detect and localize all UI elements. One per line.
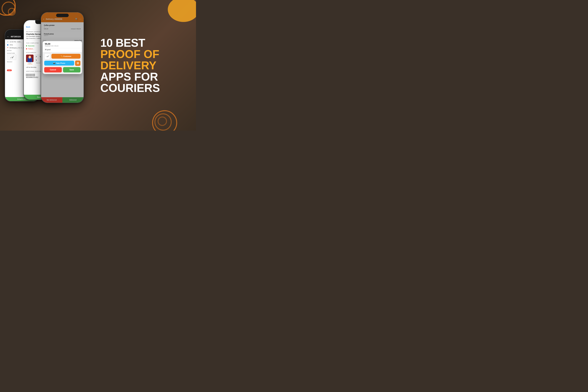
failure-indicator [26, 48, 27, 50]
location-icon: 📍 [7, 47, 8, 48]
phone-3-gallery-button[interactable]: 🖼 [75, 60, 80, 66]
headline-line5: COURIERS [100, 82, 190, 94]
phone-3-take-photo-button[interactable]: 📷 Take Photo [44, 61, 74, 66]
phone-3-customer-button[interactable]: ✏️ Customer [52, 54, 80, 59]
phone-3-photo-row: 📷 Take Photo 🖼 [43, 60, 82, 67]
phone-3-modal-amount: 55,00 [45, 43, 80, 45]
phone-3-save-button[interactable]: Save [63, 67, 80, 72]
gallery-icon: 🖼 [77, 62, 79, 64]
customer-icon: ✏️ [60, 55, 63, 57]
camera-icon: 📷 [53, 62, 55, 64]
phone-3-cancel-button[interactable]: Cancel [44, 67, 62, 72]
phone-1-person: Alina [10, 44, 13, 46]
svg-rect-3 [28, 59, 30, 62]
phone-1-failed-badge: Failed [7, 70, 12, 71]
svg-rect-6 [40, 56, 40, 57]
phone-2-failure-text: Failure... [28, 48, 34, 50]
svg-rect-5 [36, 56, 37, 57]
headline-line1: 10 BEST [100, 37, 190, 48]
success-indicator [26, 45, 27, 46]
svg-rect-4 [30, 59, 31, 62]
phone-3-modal: 55,00 Required COD: €55,00 All good 𝒜 ✏️ [43, 41, 82, 74]
phone-1-order-number: 497265326 [11, 36, 21, 38]
phone-1-signature-box: 𝒜 [7, 54, 16, 60]
headline-area: 10 BEST PROOF OF DELIVERY APPS FOR COURI… [91, 31, 196, 100]
phone-3-dynamic-island [56, 14, 69, 17]
barcode-scan-svg [36, 56, 41, 61]
phone-3-modal-overlay: 55,00 Required COD: €55,00 All good 𝒜 ✏️ [41, 12, 84, 103]
main-content: ← 497265326 🕐 10:00 PM - Deliv... 👤 Alin… [0, 0, 196, 130]
phone-3-signature-preview: 𝒜 [44, 53, 50, 59]
headline-line4: APPS FOR [100, 71, 190, 82]
customer-btn-label: Customer [63, 55, 71, 57]
phone-3-screen: ‹ Delivery #000056 🔍 ⋯ Coffee grinder 1 … [41, 12, 84, 103]
signature-graphic: 𝒜 [10, 55, 13, 59]
svg-rect-7 [36, 60, 37, 60]
phone-3: ‹ Delivery #000056 🔍 ⋯ Coffee grinder 1 … [41, 12, 84, 103]
headline-line3: DELIVERY [100, 60, 190, 71]
phone-3-action-row: Cancel Save [43, 67, 82, 74]
photo-thumb-svg [26, 54, 34, 62]
photo-thumbnail[interactable] [26, 54, 34, 62]
phone-2-success-text: Success [28, 45, 34, 47]
phone-3-modal-cod: Required COD: €55,00 [45, 45, 80, 47]
svg-point-2 [28, 56, 31, 58]
clock-icon: 🕐 [7, 41, 8, 43]
phone-3-modal-note: All good [43, 48, 82, 52]
phone-2-photo-label: Photo 1 Attached [26, 62, 34, 64]
phones-area: ← 497265326 🕐 10:00 PM - Deliv... 👤 Alin… [3, 4, 91, 126]
phone-3-modal-sig-row: 𝒜 ✏️ Customer [43, 52, 82, 60]
phone-1-back-icon: ← [7, 35, 10, 38]
phone-1-time-delivery: 10:00 PM - Deliv... [10, 41, 22, 43]
person-icon: 👤 [7, 44, 8, 46]
headline-line2: PROOF OF [100, 48, 190, 60]
phone-3-modal-amount-section: 55,00 Required COD: €55,00 [43, 41, 82, 48]
phone-2-photo-thumb-area: Photo 1 Attached [26, 54, 34, 64]
photo-btn-label: Take Photo [56, 62, 65, 64]
